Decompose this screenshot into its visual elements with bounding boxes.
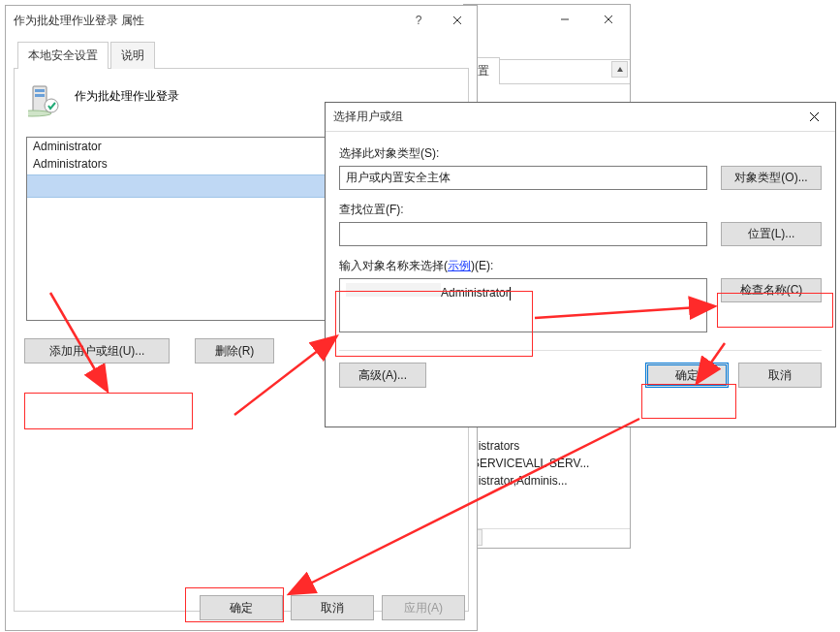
object-names-value: Administrator (441, 286, 510, 300)
prop-ok-label: 确定 (230, 600, 253, 616)
prop-apply-button: 应用(A) (382, 595, 465, 620)
prop-titlebar: 作为批处理作业登录 属性 ? (6, 6, 477, 35)
server-policy-icon (28, 84, 61, 117)
object-types-button[interactable]: 对象类型(O)... (721, 166, 822, 190)
location-field (339, 222, 707, 246)
prop-cancel-label: 取消 (321, 600, 344, 616)
prop-ok-button[interactable]: 确定 (200, 595, 283, 620)
advanced-button[interactable]: 高级(A)... (339, 363, 426, 388)
names-pre: 输入对象名称来选择( (339, 259, 448, 272)
locations-btn-label: 位置(L)... (748, 226, 795, 242)
select-users-dialog: 选择用户或组 选择此对象类型(S): 对象类型(O)... 查找位置(F): 位… (325, 102, 836, 427)
object-type-field (339, 166, 707, 190)
select-ok-button[interactable]: 确定 (645, 363, 729, 388)
add-user-group-button[interactable]: 添加用户或组(U)... (24, 338, 170, 363)
close-button[interactable] (438, 6, 477, 35)
svg-point-9 (45, 99, 58, 112)
bg-close-button[interactable] (586, 5, 630, 34)
svg-rect-6 (35, 89, 45, 92)
select-dialog-title: 选择用户或组 (333, 109, 793, 125)
select-close-button[interactable] (793, 103, 835, 131)
bg-titlebar (464, 5, 630, 34)
prop-apply-label: 应用(A) (404, 600, 443, 616)
select-cancel-label: 取消 (768, 367, 792, 384)
select-cancel-button[interactable]: 取消 (738, 363, 822, 388)
names-post: )(E): (471, 259, 493, 272)
help-button[interactable]: ? (399, 6, 438, 35)
advanced-label: 高级(A)... (358, 367, 407, 384)
example-link[interactable]: 示例 (448, 259, 471, 272)
bg-minimize-button[interactable] (543, 5, 586, 34)
object-type-label: 选择此对象类型(S): (339, 145, 822, 162)
tab-local-security[interactable]: 本地安全设置 (17, 42, 109, 69)
select-titlebar: 选择用户或组 (326, 103, 835, 132)
prop-window-title: 作为批处理作业登录 属性 (14, 13, 399, 29)
object-names-label: 输入对象名称来选择(示例)(E): (339, 258, 822, 274)
object-types-btn-label: 对象类型(O)... (734, 170, 807, 186)
check-names-label: 检查名称(C) (740, 282, 803, 299)
bg-list-row[interactable]: SERVICE\ALL SERV... (468, 455, 626, 472)
prop-cancel-button[interactable]: 取消 (291, 595, 374, 620)
add-user-group-label: 添加用户或组(U)... (49, 343, 145, 360)
policy-name-label: 作为批处理作业登录 (75, 84, 179, 105)
remove-button[interactable]: 删除(R) (195, 338, 274, 363)
select-ok-label: 确定 (675, 367, 699, 384)
svg-rect-7 (35, 94, 45, 97)
remove-label: 删除(R) (215, 343, 255, 360)
check-names-button[interactable]: 检查名称(C) (721, 278, 822, 302)
locations-button[interactable]: 位置(L)... (721, 222, 822, 246)
bg-list-row[interactable]: nistrators (468, 437, 626, 455)
location-label: 查找位置(F): (339, 202, 822, 218)
object-names-input[interactable]: Administrator (339, 278, 707, 332)
tab-explain[interactable]: 说明 (110, 42, 155, 69)
bg-list-row[interactable]: nistrator,Adminis... (468, 472, 626, 490)
scroll-up-icon[interactable] (611, 61, 628, 78)
prop-tabstrip: 本地安全设置 说明 (14, 41, 469, 69)
